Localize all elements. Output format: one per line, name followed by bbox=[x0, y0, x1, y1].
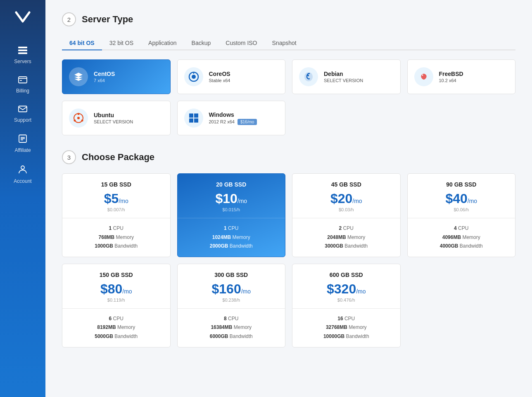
step-2-badge: 2 bbox=[62, 12, 76, 26]
pkg-45gb-hourly: $0.03/h bbox=[299, 207, 394, 212]
svg-point-11 bbox=[21, 166, 24, 169]
svg-point-20 bbox=[74, 120, 76, 122]
pkg-150gb-specs: 6 CPU 8192MB Memory 5000GB Bandwidth bbox=[69, 314, 164, 341]
ubuntu-version: SELECT VERSION bbox=[94, 119, 133, 124]
centos-name: CentOS bbox=[94, 71, 115, 77]
windows-price-badge: $16/mo bbox=[238, 119, 257, 125]
os-cards-row1: CentOS 7 x64 CoreOS Stable x64 bbox=[62, 59, 515, 94]
coreos-icon bbox=[184, 67, 203, 86]
pkg-20gb-storage: 20 GB SSD bbox=[184, 181, 279, 188]
os-tabs: 64 bit OS 32 bit OS Application Backup C… bbox=[62, 35, 515, 50]
coreos-name: CoreOS bbox=[209, 71, 230, 77]
sidebar-item-account[interactable]: Account bbox=[0, 159, 45, 190]
debian-info: Debian SELECT VERSION bbox=[324, 71, 363, 83]
pkg-45gb-storage: 45 GB SSD bbox=[299, 181, 394, 188]
pkg-600gb-storage: 600 GB SSD bbox=[299, 272, 394, 278]
svg-point-13 bbox=[192, 75, 196, 79]
sidebar-item-affiliate[interactable]: Affiliate bbox=[0, 129, 45, 159]
pkg-150gb-hourly: $0.119/h bbox=[69, 298, 164, 302]
tab-backup[interactable]: Backup bbox=[184, 36, 218, 50]
debian-icon bbox=[299, 67, 318, 86]
pkg-600gb-price: $320/mo bbox=[299, 281, 394, 297]
windows-version: 2012 R2 x64 $16/mo bbox=[209, 119, 257, 125]
sidebar-label-servers: Servers bbox=[14, 59, 31, 64]
coreos-version: Stable x64 bbox=[209, 78, 230, 83]
package-card-90gb[interactable]: 90 GB SSD $40/mo $0.06/h 4 CPU 4096MB Me… bbox=[407, 173, 516, 257]
sidebar-label-billing: Billing bbox=[16, 88, 29, 94]
pkg-150gb-storage: 150 GB SSD bbox=[69, 272, 164, 278]
pkg-90gb-specs: 4 CPU 4096MB Memory 4000GB Bandwidth bbox=[414, 224, 509, 251]
tab-snapshot[interactable]: Snapshot bbox=[265, 36, 304, 50]
pkg-90gb-price: $40/mo bbox=[414, 191, 509, 206]
pkg-300gb-price: $160/mo bbox=[184, 281, 279, 297]
ubuntu-info: Ubuntu SELECT VERSION bbox=[94, 112, 133, 124]
freebsd-name: FreeBSD bbox=[439, 71, 463, 77]
pkg-150gb-top: 150 GB SSD $80/mo $0.119/h bbox=[62, 264, 170, 309]
tab-32bit[interactable]: 32 bit OS bbox=[102, 36, 141, 50]
pkg-600gb-top: 600 GB SSD $320/mo $0.476/h bbox=[292, 264, 400, 309]
pkg-90gb-storage: 90 GB SSD bbox=[414, 181, 509, 188]
windows-name: Windows bbox=[209, 111, 257, 118]
os-row2-empty2 bbox=[407, 101, 516, 135]
os-card-centos[interactable]: CentOS 7 x64 bbox=[62, 59, 171, 94]
pkg-300gb-top: 300 GB SSD $160/mo $0.238/h bbox=[178, 264, 285, 309]
package-card-20gb[interactable]: 20 GB SSD $10/mo $0.015/h 1 CPU 1024MB M… bbox=[177, 173, 286, 257]
sidebar-item-servers[interactable]: Servers bbox=[0, 41, 45, 70]
os-card-debian[interactable]: Debian SELECT VERSION bbox=[292, 59, 401, 94]
sidebar: Servers Billing Support bbox=[0, 0, 45, 397]
pkg-15gb-price: $5/mo bbox=[69, 191, 164, 206]
svg-rect-24 bbox=[194, 113, 198, 118]
pkg-15gb-specs: 1 CPU 768MB Memory 1000GB Bandwidth bbox=[69, 224, 164, 251]
debian-version: SELECT VERSION bbox=[324, 78, 363, 83]
windows-info: Windows 2012 R2 x64 $16/mo bbox=[209, 111, 257, 125]
package-card-15gb[interactable]: 15 GB SSD $5/mo $0.007/h 1 CPU 768MB Mem… bbox=[62, 173, 171, 257]
pkg-90gb-hourly: $0.06/h bbox=[414, 207, 509, 212]
svg-rect-25 bbox=[189, 118, 193, 123]
centos-version: 7 x64 bbox=[94, 78, 115, 83]
tab-64bit[interactable]: 64 bit OS bbox=[62, 36, 102, 50]
pkg-600gb-hourly: $0.476/h bbox=[299, 298, 394, 302]
tab-application[interactable]: Application bbox=[141, 36, 184, 50]
tab-custom-iso[interactable]: Custom ISO bbox=[218, 36, 264, 50]
pkg-15gb-bottom: 1 CPU 768MB Memory 1000GB Bandwidth bbox=[62, 218, 170, 257]
centos-icon bbox=[69, 67, 88, 86]
os-card-windows[interactable]: Windows 2012 R2 x64 $16/mo bbox=[177, 101, 286, 135]
pkg-300gb-bottom: 8 CPU 16384MB Memory 6000GB Bandwidth bbox=[178, 309, 285, 347]
freebsd-version: 10.2 x64 bbox=[439, 78, 463, 83]
pkg-20gb-hourly: $0.015/h bbox=[184, 207, 279, 212]
account-icon bbox=[19, 165, 27, 176]
pkg-600gb-specs: 16 CPU 32768MB Memory 10000GB Bandwidth bbox=[299, 314, 394, 341]
main-content: 2 Server Type 64 bit OS 32 bit OS Applic… bbox=[45, 0, 532, 397]
pkg-600gb-bottom: 16 CPU 32768MB Memory 10000GB Bandwidth bbox=[292, 309, 400, 347]
package-placeholder bbox=[407, 264, 516, 347]
server-type-title: Server Type bbox=[82, 14, 133, 25]
package-card-300gb[interactable]: 300 GB SSD $160/mo $0.238/h 8 CPU 16384M… bbox=[177, 264, 286, 347]
package-card-45gb[interactable]: 45 GB SSD $20/mo $0.03/h 2 CPU 2048MB Me… bbox=[292, 173, 401, 257]
svg-rect-23 bbox=[189, 113, 193, 118]
sidebar-label-support: Support bbox=[14, 117, 31, 123]
freebsd-info: FreeBSD 10.2 x64 bbox=[439, 71, 463, 83]
freebsd-icon bbox=[414, 67, 433, 86]
pkg-45gb-specs: 2 CPU 2048MB Memory 3000GB Bandwidth bbox=[299, 224, 394, 251]
pkg-150gb-bottom: 6 CPU 8192MB Memory 5000GB Bandwidth bbox=[62, 309, 170, 347]
sidebar-item-billing[interactable]: Billing bbox=[0, 70, 45, 99]
billing-icon bbox=[18, 76, 27, 85]
choose-package-header: 3 Choose Package bbox=[62, 150, 515, 164]
server-type-section: 2 Server Type 64 bit OS 32 bit OS Applic… bbox=[62, 12, 515, 135]
os-card-ubuntu[interactable]: Ubuntu SELECT VERSION bbox=[62, 101, 171, 135]
pkg-300gb-specs: 8 CPU 16384MB Memory 6000GB Bandwidth bbox=[184, 314, 279, 341]
ubuntu-name: Ubuntu bbox=[94, 112, 133, 118]
svg-rect-26 bbox=[194, 118, 198, 123]
os-card-coreos[interactable]: CoreOS Stable x64 bbox=[177, 59, 286, 94]
os-row2-empty1 bbox=[292, 101, 401, 135]
pkg-45gb-bottom: 2 CPU 2048MB Memory 3000GB Bandwidth bbox=[292, 218, 400, 257]
sidebar-item-support[interactable]: Support bbox=[0, 99, 45, 129]
os-card-freebsd[interactable]: FreeBSD 10.2 x64 bbox=[407, 59, 516, 94]
package-card-600gb[interactable]: 600 GB SSD $320/mo $0.476/h 16 CPU 32768… bbox=[292, 264, 401, 347]
pkg-90gb-top: 90 GB SSD $40/mo $0.06/h bbox=[408, 174, 515, 218]
pkg-20gb-top: 20 GB SSD $10/mo $0.015/h bbox=[178, 174, 285, 218]
package-grid-row1: 15 GB SSD $5/mo $0.007/h 1 CPU 768MB Mem… bbox=[62, 173, 515, 257]
svg-rect-2 bbox=[18, 52, 27, 54]
package-card-150gb[interactable]: 150 GB SSD $80/mo $0.119/h 6 CPU 8192MB … bbox=[62, 264, 171, 347]
sidebar-label-account: Account bbox=[14, 178, 31, 184]
